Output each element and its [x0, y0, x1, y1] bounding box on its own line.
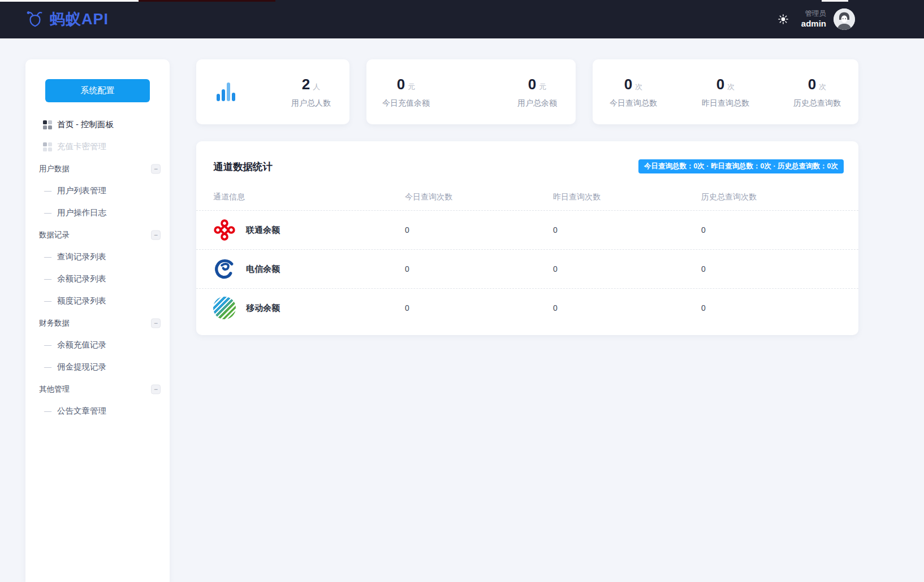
sidebar-item-announcements[interactable]: — 公告文章管理	[25, 400, 170, 422]
stat-unit: 次	[727, 82, 735, 91]
sidebar-section-finance: 财务数据 −	[25, 312, 170, 334]
sidebar-item-card-management[interactable]: 充值卡密管理	[25, 136, 170, 158]
stat-label: 历史总查询数	[793, 98, 841, 108]
stat-card-balance: 0元 今日充值余额 0元 用户总余额	[366, 59, 576, 124]
table-row: 电信余额 0 0 0	[196, 249, 858, 288]
sidebar-item-withdraw-records[interactable]: — 佣金提现记录	[25, 356, 170, 378]
avatar[interactable]	[834, 8, 855, 30]
sidebar: 系统配置 首页 - 控制面板 充值卡密管理 用户数据 − — 用户列表管理 — …	[25, 59, 170, 582]
sidebar-item-user-logs[interactable]: — 用户操作日志	[25, 202, 170, 224]
sidebar-item-label: 佣金提现记录	[57, 362, 106, 372]
sidebar-item-label: 公告文章管理	[57, 406, 106, 416]
sidebar-item-label: 用户操作日志	[57, 207, 106, 218]
stat-total-balance: 0元 用户总余额	[517, 76, 557, 108]
user-meta: 管理员 admin	[801, 9, 826, 29]
username: admin	[801, 18, 826, 29]
section-label: 财务数据	[39, 318, 70, 328]
sidebar-item-quota-records[interactable]: — 额度记录列表	[25, 290, 170, 312]
sidebar-item-label: 用户列表管理	[57, 185, 106, 196]
dash-icon: —	[44, 275, 51, 283]
stat-yesterday-queries: 0次 昨日查询总数	[702, 76, 749, 108]
sidebar-section-other: 其他管理 −	[25, 378, 170, 400]
sidebar-item-query-records[interactable]: — 查询记录列表	[25, 246, 170, 268]
screenshot-artifact	[0, 0, 139, 2]
column-header: 历史总查询次数	[701, 192, 757, 202]
theme-toggle-icon[interactable]	[778, 14, 789, 25]
sidebar-item-label: 充值卡密管理	[57, 141, 106, 152]
stat-card-queries: 0次 今日查询总数 0次 昨日查询总数 0次 历史总查询数	[593, 59, 858, 124]
stat-label: 昨日查询总数	[702, 98, 749, 108]
stat-value: 0	[808, 76, 816, 93]
cell-total: 0	[701, 225, 706, 234]
sidebar-section-user-data: 用户数据 −	[25, 158, 170, 180]
channel-name: 联通余额	[246, 225, 280, 236]
screenshot-artifact	[822, 0, 848, 2]
collapse-button[interactable]: −	[151, 230, 161, 240]
system-config-button[interactable]: 系统配置	[45, 79, 150, 102]
stat-card-users: 2人 用户总人数	[196, 59, 349, 124]
screenshot-artifact	[139, 0, 275, 2]
stat-total-users: 2人 用户总人数	[291, 76, 331, 108]
channel-name: 移动余额	[246, 303, 280, 314]
stat-value: 0	[716, 76, 724, 93]
dash-icon: —	[44, 341, 51, 349]
cell-today: 0	[405, 264, 409, 273]
sidebar-item-home[interactable]: 首页 - 控制面板	[25, 114, 170, 136]
collapse-button[interactable]: −	[151, 164, 161, 173]
sidebar-item-label: 余额记录列表	[57, 273, 106, 284]
stat-unit: 次	[635, 82, 642, 91]
stat-value: 0	[528, 76, 536, 93]
top-navbar: 蚂蚁API 管理员 admin	[0, 0, 924, 38]
brand-name: 蚂蚁API	[50, 9, 109, 29]
sidebar-item-label: 余额充值记录	[57, 340, 106, 350]
ant-logo-icon	[25, 10, 45, 29]
grid-icon	[43, 120, 52, 129]
stat-today-recharge: 0元 今日充值余额	[382, 76, 430, 108]
column-header: 今日查询次数	[405, 192, 452, 202]
sidebar-item-label: 首页 - 控制面板	[57, 119, 114, 130]
collapse-button[interactable]: −	[151, 318, 161, 328]
channel-stats-panel: 通道数据统计 今日查询总数：0次 · 昨日查询总数：0次 · 历史总查询数：0次…	[196, 141, 858, 335]
page: 蚂蚁API 管理员 admin	[0, 0, 924, 582]
sidebar-item-label: 查询记录列表	[57, 251, 106, 262]
dash-icon: —	[44, 363, 51, 371]
sidebar-menu: 首页 - 控制面板 充值卡密管理 用户数据 − — 用户列表管理 — 用户操作日…	[25, 114, 170, 422]
stat-value: 0	[397, 76, 405, 93]
china-unicom-logo-icon	[213, 219, 236, 241]
panel-title: 通道数据统计	[213, 160, 273, 173]
user-role-label: 管理员	[801, 9, 826, 18]
dash-icon: —	[44, 186, 51, 195]
cell-yesterday: 0	[553, 225, 558, 234]
stat-unit: 人	[313, 82, 320, 91]
section-label: 用户数据	[39, 164, 70, 174]
stat-label: 用户总余额	[517, 98, 557, 108]
stat-label: 今日充值余额	[382, 98, 430, 108]
header-right: 管理员 admin	[778, 8, 855, 30]
sidebar-item-balance-records[interactable]: — 余额记录列表	[25, 268, 170, 290]
channel-name: 电信余额	[246, 264, 280, 275]
cell-total: 0	[701, 264, 706, 273]
stat-label: 用户总人数	[291, 98, 331, 108]
china-telecom-logo-icon	[213, 258, 236, 280]
dash-icon: —	[44, 297, 51, 305]
column-header: 昨日查询次数	[553, 192, 601, 202]
sidebar-item-label: 额度记录列表	[57, 296, 106, 306]
sidebar-section-data-records: 数据记录 −	[25, 224, 170, 246]
stat-unit: 元	[408, 82, 415, 91]
cell-yesterday: 0	[553, 264, 558, 273]
grid-icon	[43, 142, 52, 151]
collapse-button[interactable]: −	[151, 384, 161, 394]
cell-today: 0	[405, 303, 409, 312]
dash-icon: —	[44, 253, 51, 261]
stat-unit: 元	[539, 82, 546, 91]
brand[interactable]: 蚂蚁API	[25, 9, 109, 29]
section-label: 其他管理	[39, 384, 70, 394]
bar-chart-icon	[217, 82, 235, 101]
sidebar-item-recharge-records[interactable]: — 余额充值记录	[25, 334, 170, 356]
stat-label: 今日查询总数	[610, 98, 657, 108]
sidebar-item-user-list[interactable]: — 用户列表管理	[25, 180, 170, 202]
dash-icon: —	[44, 209, 51, 217]
column-header: 通道信息	[213, 192, 245, 202]
dash-icon: —	[44, 407, 51, 415]
cell-today: 0	[405, 225, 409, 234]
